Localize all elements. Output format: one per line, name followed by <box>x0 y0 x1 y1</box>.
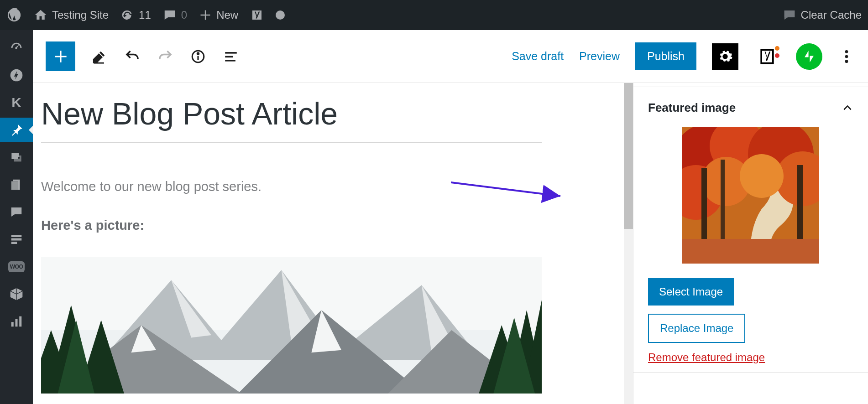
jetpack-button[interactable] <box>796 43 822 70</box>
outline-icon <box>223 49 239 64</box>
outline-button[interactable] <box>222 48 240 65</box>
mountain-image <box>41 257 542 394</box>
redo-button[interactable] <box>157 48 174 65</box>
svg-rect-5 <box>11 242 17 244</box>
admin-bar: Testing Site 11 0 New Clear Cache <box>0 0 868 30</box>
plus-icon <box>199 9 212 21</box>
replace-image-button[interactable]: Replace Image <box>648 314 745 343</box>
comment-icon <box>163 8 177 22</box>
analytics-icon <box>10 315 23 328</box>
svg-rect-0 <box>784 10 795 17</box>
editor-workspace: Save draft Preview Publish New Blog Post… <box>33 30 868 404</box>
site-link[interactable]: Testing Site <box>34 8 109 22</box>
home-icon <box>34 8 47 22</box>
refresh-icon <box>120 8 134 22</box>
clear-cache-label: Clear Cache <box>801 9 862 21</box>
save-draft-button[interactable]: Save draft <box>512 50 564 63</box>
info-icon <box>190 49 206 64</box>
admin-rail: K WOO <box>0 30 33 404</box>
k-icon: K <box>11 95 21 110</box>
rail-pages[interactable] <box>0 172 33 197</box>
yoast-adminbar[interactable] <box>250 8 264 22</box>
rail-amp[interactable] <box>0 63 33 88</box>
rail-kinsta[interactable]: K <box>0 90 33 115</box>
scrollbar[interactable] <box>624 83 633 404</box>
comments-count: 0 <box>181 9 187 21</box>
svg-rect-13 <box>225 52 237 54</box>
gear-icon <box>717 49 733 64</box>
redo-icon <box>157 48 173 65</box>
site-name: Testing Site <box>52 9 109 21</box>
box-icon <box>9 287 24 301</box>
scrollbar-thumb[interactable] <box>624 83 633 229</box>
svg-rect-50 <box>682 239 819 264</box>
svg-rect-46 <box>701 168 707 250</box>
featured-image-panel-toggle[interactable]: Featured image <box>648 101 853 115</box>
yoast-button[interactable] <box>754 43 780 70</box>
svg-rect-8 <box>19 316 21 327</box>
add-block-button[interactable] <box>46 41 75 71</box>
rail-dashboard[interactable] <box>0 36 33 60</box>
settings-button[interactable] <box>712 43 738 70</box>
yoast-dot-orange <box>775 46 779 51</box>
svg-point-12 <box>197 52 199 54</box>
undo-button[interactable] <box>124 48 141 65</box>
yoast-dot-red <box>775 53 779 58</box>
wordpress-icon <box>6 7 22 23</box>
settings-sidebar: Featured image <box>633 83 868 404</box>
svg-rect-7 <box>16 319 18 326</box>
rail-media[interactable] <box>0 145 33 170</box>
select-image-button[interactable]: Select Image <box>648 278 734 306</box>
preview-button[interactable]: Preview <box>579 50 620 63</box>
image-block[interactable] <box>41 257 542 394</box>
cache-icon <box>783 8 796 22</box>
svg-rect-47 <box>721 160 725 250</box>
rail-posts[interactable] <box>0 118 33 142</box>
post-title[interactable]: New Blog Post Article <box>41 96 542 143</box>
rail-comments[interactable] <box>0 200 33 224</box>
jetpack-icon <box>801 49 817 64</box>
featured-image-thumbnail[interactable] <box>682 127 819 264</box>
clear-cache-link[interactable]: Clear Cache <box>783 8 862 22</box>
svg-rect-9 <box>94 62 104 63</box>
pencil-icon <box>92 49 107 64</box>
comment-icon <box>10 205 23 219</box>
updates-link[interactable]: 11 <box>120 8 151 22</box>
editor-canvas[interactable]: New Blog Post Article Welcome to our new… <box>33 83 624 404</box>
kebab-icon <box>845 49 848 64</box>
svg-point-2 <box>18 157 20 159</box>
rail-products[interactable] <box>0 282 33 306</box>
rail-feedback[interactable] <box>0 227 33 252</box>
amp-icon <box>9 68 24 83</box>
form-icon <box>10 233 23 246</box>
updates-count: 11 <box>139 9 151 21</box>
editor-toolbar: Save draft Preview Publish <box>33 30 868 83</box>
svg-rect-48 <box>797 165 803 247</box>
yoast-icon <box>757 47 777 67</box>
yoast-icon <box>250 8 264 22</box>
svg-rect-14 <box>225 56 233 57</box>
new-link[interactable]: New <box>199 9 238 21</box>
svg-rect-4 <box>11 238 22 241</box>
dashboard-icon <box>9 40 24 56</box>
pages-icon <box>10 178 23 192</box>
svg-rect-15 <box>225 60 235 62</box>
more-button[interactable] <box>838 48 855 65</box>
paragraph-block[interactable]: Welcome to our new blog post series. <box>41 179 542 194</box>
publish-button[interactable]: Publish <box>635 42 696 70</box>
rail-woo[interactable]: WOO <box>0 254 33 279</box>
comments-link[interactable]: 0 <box>163 8 187 22</box>
wp-logo[interactable] <box>6 7 22 23</box>
edit-mode-button[interactable] <box>91 48 108 65</box>
remove-featured-image-link[interactable]: Remove featured image <box>648 351 853 364</box>
editor-content: New Blog Post Article Welcome to our new… <box>33 83 868 404</box>
panel-title: Featured image <box>648 101 736 115</box>
plus-icon <box>52 48 69 65</box>
undo-icon <box>124 48 141 65</box>
autumn-image <box>682 127 819 264</box>
paragraph-block-bold[interactable]: Here's a picture: <box>41 218 542 233</box>
pin-icon <box>9 122 24 138</box>
svg-rect-6 <box>11 322 14 326</box>
info-button[interactable] <box>189 48 207 65</box>
rail-analytics[interactable] <box>0 309 33 334</box>
